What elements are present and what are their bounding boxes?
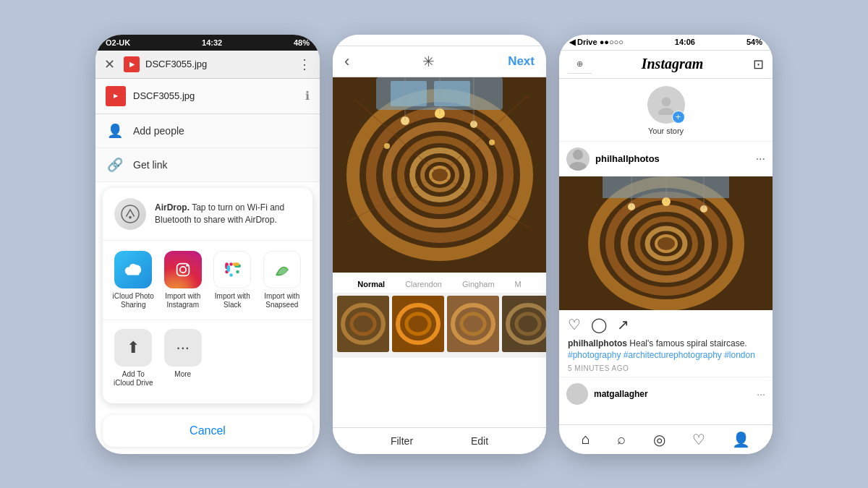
signal-carrier: O2-UK <box>106 38 130 47</box>
svg-point-48 <box>661 97 671 106</box>
filter-label-gingham[interactable]: Gingham <box>462 280 495 288</box>
svg-point-1 <box>129 215 132 218</box>
battery-left: 48% <box>294 38 310 47</box>
middle-phone: ‹ ✳ Next <box>333 35 546 454</box>
post-more-button[interactable]: ··· <box>756 153 765 166</box>
app-grid: iCloud Photo Sharing Import with Instagr… <box>103 241 312 320</box>
story-plus-icon: + <box>672 111 685 124</box>
svg-point-50 <box>573 150 583 160</box>
svg-point-41 <box>352 314 375 334</box>
action-label-icloud-drive: Add To iCloud Drive <box>111 370 156 388</box>
svg-point-47 <box>516 314 540 334</box>
left-subheader: ▶ DSCF3055.jpg ℹ <box>95 79 320 114</box>
time-left: 14:32 <box>202 38 222 47</box>
svg-rect-5 <box>127 270 140 275</box>
file-type-icon: ▶ <box>124 56 140 72</box>
action-icloud-drive[interactable]: ⬆ Add To iCloud Drive <box>111 329 156 388</box>
svg-point-45 <box>461 314 485 334</box>
app-icloud-photo[interactable]: iCloud Photo Sharing <box>111 251 156 309</box>
post-image <box>559 176 773 310</box>
action-label-more: More <box>174 370 191 379</box>
post-time: 5 MINUTES AGO <box>559 364 773 377</box>
svg-point-49 <box>658 108 673 115</box>
filter-footer: Filter Edit <box>333 427 546 454</box>
filter-label-normal[interactable]: Normal <box>357 280 385 288</box>
svg-rect-13 <box>237 270 240 273</box>
menu-label-add-people: Add people <box>133 125 184 137</box>
svg-rect-11 <box>230 262 234 266</box>
post-username: philhallphotos <box>595 153 756 164</box>
slack-icon <box>213 251 251 288</box>
filter-button[interactable]: Filter <box>391 435 413 447</box>
svg-point-36 <box>489 140 495 145</box>
post-avatar <box>566 147 590 171</box>
filter-label-clarendon[interactable]: Clarendon <box>405 280 442 288</box>
suggested-more-button[interactable]: ··· <box>757 388 765 400</box>
search-nav-icon[interactable]: ⌕ <box>617 431 626 448</box>
filter-thumb-m[interactable] <box>502 296 546 352</box>
edit-button[interactable]: Edit <box>471 435 488 447</box>
svg-point-8 <box>186 265 188 267</box>
like-button[interactable]: ♡ <box>568 316 581 333</box>
right-status-time: 14:06 <box>675 38 695 46</box>
app-snapseed[interactable]: Import with Snapseed <box>260 251 305 309</box>
mid-header: ‹ ✳ Next <box>333 46 546 77</box>
snapseed-icon <box>263 251 301 288</box>
app-label-icloud: iCloud Photo Sharing <box>111 292 156 309</box>
info-icon[interactable]: ℹ <box>305 89 310 103</box>
sun-icon[interactable]: ✳ <box>422 53 435 70</box>
svg-point-44 <box>453 305 493 343</box>
suggested-row: matgallagher ··· <box>559 377 773 411</box>
caption-hashtags[interactable]: #photography #architecturephotography #l… <box>568 350 755 360</box>
back-arrow-icon[interactable]: ‹ <box>344 52 349 71</box>
svg-rect-15 <box>227 265 231 272</box>
home-nav-icon[interactable]: ⌂ <box>582 431 590 448</box>
icloud-icon <box>114 251 152 288</box>
menu-item-add-people[interactable]: 👤 Add people <box>95 114 320 148</box>
filter-thumb-normal[interactable] <box>337 296 389 352</box>
caption-username: philhallphotos <box>568 338 627 348</box>
app-label-snapseed: Import with Snapseed <box>260 292 305 309</box>
close-button[interactable]: ✕ <box>104 56 115 72</box>
right-header: ⊕ Instagram ⊡ <box>559 51 773 79</box>
svg-point-42 <box>398 305 438 343</box>
right-footer-nav: ⌂ ⌕ ◎ ♡ 👤 <box>559 424 773 454</box>
app-instagram[interactable]: Import with Instagram <box>161 251 205 309</box>
add-person-icon: 👤 <box>107 123 123 139</box>
status-bar-mid <box>333 35 546 46</box>
more-button[interactable]: ⋮ <box>298 56 311 72</box>
drive-back-button[interactable]: ⊕ <box>568 55 592 74</box>
next-button[interactable]: Next <box>508 54 535 69</box>
svg-rect-30 <box>391 81 427 106</box>
caption-text: Heal's famous spiral staircase. <box>629 338 746 348</box>
icloud-drive-icon: ⬆ <box>114 329 152 367</box>
inbox-icon[interactable]: ⊡ <box>753 56 764 72</box>
app-label-instagram: Import with Instagram <box>161 292 205 309</box>
app-slack[interactable]: Import with Slack <box>210 251 255 309</box>
right-status-drive: ◀ Drive ●●○○○ <box>569 38 624 47</box>
instagram-logo: Instagram <box>642 56 704 72</box>
camera-nav-icon[interactable]: ◎ <box>653 431 665 448</box>
share-sheet: AirDrop. Tap to turn on Wi-Fi and Blueto… <box>103 188 312 403</box>
sub-filename: DSCF3055.jpg <box>133 90 305 101</box>
story-row[interactable]: + Your story <box>559 79 773 142</box>
filter-thumb-gingham[interactable] <box>447 296 499 352</box>
post-header: philhallphotos ··· <box>559 142 773 176</box>
action-more[interactable]: ··· More <box>161 329 205 388</box>
filter-label-m[interactable]: M <box>515 280 522 288</box>
share-button[interactable]: ↗ <box>617 316 629 333</box>
filter-thumb-clarendon[interactable] <box>392 296 444 352</box>
header-filename: DSCF3055.jpg <box>145 59 298 69</box>
profile-nav-icon[interactable]: 👤 <box>732 431 750 448</box>
comment-button[interactable]: ◯ <box>591 316 607 333</box>
left-phone: O2-UK 14:32 48% ✕ ▶ DSCF3055.jpg ⋮ ▶ DSC… <box>95 35 320 454</box>
menu-item-get-link[interactable]: 🔗 Get link <box>95 148 320 182</box>
right-status-battery: 54% <box>746 38 762 46</box>
left-header: ✕ ▶ DSCF3055.jpg ⋮ <box>95 51 320 79</box>
heart-nav-icon[interactable]: ♡ <box>692 431 705 448</box>
story-label: Your story <box>648 127 684 135</box>
cancel-button[interactable]: Cancel <box>103 415 312 447</box>
svg-rect-16 <box>233 262 239 266</box>
airdrop-row[interactable]: AirDrop. Tap to turn on Wi-Fi and Blueto… <box>103 188 312 241</box>
airdrop-text: AirDrop. Tap to turn on Wi-Fi and Blueto… <box>155 202 301 226</box>
